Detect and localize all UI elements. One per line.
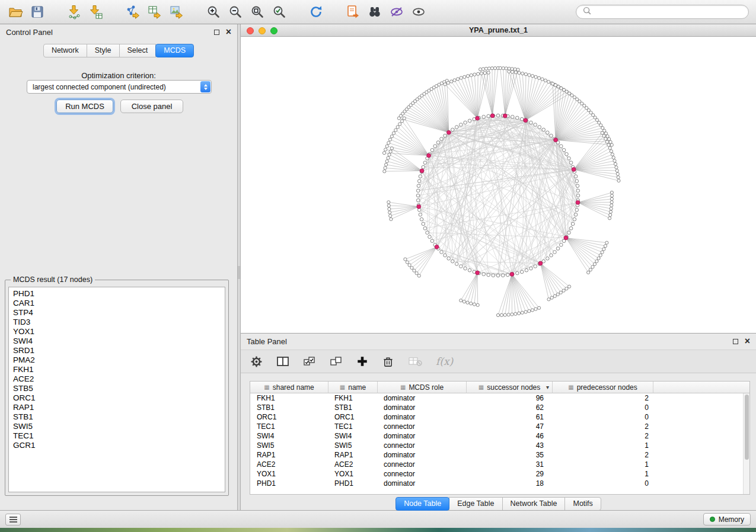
- table-cell: SWI5: [250, 441, 328, 450]
- close-panel-button[interactable]: Close panel: [120, 100, 183, 113]
- tab-edge-table[interactable]: Edge Table: [449, 497, 502, 511]
- table-row[interactable]: STB1STB1dominator620: [250, 403, 749, 412]
- search-input[interactable]: [592, 8, 743, 16]
- mcds-result-item[interactable]: TID3: [13, 318, 225, 327]
- table-row[interactable]: FKH1FKH1dominator962: [250, 393, 749, 403]
- zoom-out-icon[interactable]: [227, 4, 244, 20]
- mcds-result-item[interactable]: STP4: [13, 308, 225, 318]
- mcds-result-box: MCDS result (17 nodes) PHD1CAR1STP4TID3Y…: [5, 275, 229, 496]
- search-network-icon[interactable]: [366, 4, 383, 20]
- table-cell: 47: [467, 422, 553, 431]
- status-menu-button[interactable]: [5, 514, 21, 525]
- network-window-titlebar[interactable]: YPA_prune.txt_1: [241, 24, 756, 37]
- tab-style[interactable]: Style: [87, 44, 120, 57]
- table-cell: SWI5: [328, 441, 378, 450]
- column-header[interactable]: ▦predecessor nodes: [553, 382, 653, 393]
- table-cell: TEC1: [250, 422, 328, 431]
- delete-column-icon[interactable]: [382, 355, 394, 368]
- column-header[interactable]: ▦shared name: [250, 382, 328, 393]
- add-column-icon[interactable]: [356, 355, 368, 367]
- table-row[interactable]: SWI4SWI4dominator462: [250, 431, 749, 441]
- mcds-result-item[interactable]: TEC1: [13, 431, 225, 441]
- mcds-result-item[interactable]: RAP1: [13, 403, 225, 412]
- column-header[interactable]: ▦MCDS role: [378, 382, 467, 393]
- mcds-result-item[interactable]: PMA2: [13, 355, 225, 365]
- control-panel-header: Control Panel ×: [0, 24, 237, 40]
- window-close-icon[interactable]: [247, 27, 254, 34]
- table-cell: connector: [378, 460, 467, 469]
- export-network-icon[interactable]: [125, 4, 141, 20]
- tab-network-table[interactable]: Network Table: [502, 497, 566, 511]
- mcds-result-item[interactable]: STB1: [13, 412, 225, 422]
- export-image-icon[interactable]: [168, 4, 185, 20]
- show-details-icon[interactable]: [410, 4, 427, 20]
- column-header[interactable]: ▦name: [328, 382, 378, 393]
- import-network-icon[interactable]: [66, 4, 82, 20]
- refresh-icon[interactable]: [308, 4, 324, 20]
- memory-button[interactable]: Memory: [703, 513, 751, 525]
- table-row[interactable]: ACE2ACE2connector311: [250, 460, 749, 469]
- table-cell: PHD1: [250, 479, 328, 488]
- mcds-result-item[interactable]: SWI5: [13, 422, 225, 431]
- tab-network[interactable]: Network: [43, 44, 87, 57]
- tab-motifs[interactable]: Motifs: [564, 497, 601, 511]
- select-all-icon[interactable]: [303, 355, 316, 367]
- network-graph[interactable]: [241, 37, 756, 333]
- table-row[interactable]: ORC1ORC1dominator610: [250, 412, 749, 422]
- column-attr-icon: ▦: [264, 384, 269, 390]
- table-row[interactable]: PHD1PHD1dominator180: [250, 479, 749, 488]
- mcds-result-item[interactable]: SRD1: [13, 346, 225, 355]
- search-field[interactable]: [576, 5, 749, 19]
- table-cell: dominator: [378, 479, 467, 488]
- table-row[interactable]: TEC1TEC1connector472: [250, 422, 749, 431]
- table-cell: 2: [553, 422, 653, 431]
- tab-node-table[interactable]: Node Table: [395, 497, 449, 511]
- save-icon[interactable]: [29, 4, 46, 20]
- column-header[interactable]: ▦successor nodes▾: [467, 382, 553, 393]
- mcds-result-item[interactable]: FKH1: [13, 365, 225, 374]
- mcds-result-item[interactable]: ORC1: [13, 393, 225, 403]
- optimization-criterion-select[interactable]: largest connected component (undirected): [27, 80, 212, 94]
- mcds-result-title: MCDS result (17 nodes): [11, 275, 95, 284]
- hide-details-icon[interactable]: [388, 4, 405, 20]
- mcds-result-item[interactable]: YOX1: [13, 327, 225, 336]
- table-cell: dominator: [378, 393, 467, 403]
- zoom-fit-icon[interactable]: [249, 4, 266, 20]
- sort-arrow-icon[interactable]: ▾: [546, 384, 549, 390]
- open-folder-icon[interactable]: [7, 4, 24, 20]
- mcds-result-item[interactable]: PHD1: [13, 289, 225, 299]
- window-zoom-icon[interactable]: [270, 27, 277, 34]
- run-mcds-button[interactable]: Run MCDS: [56, 100, 113, 113]
- table-settings-gear-icon[interactable]: [250, 355, 263, 368]
- show-columns-icon[interactable]: [276, 355, 289, 367]
- mcds-result-item[interactable]: STB5: [13, 384, 225, 393]
- tab-mcds[interactable]: MCDS: [155, 44, 194, 57]
- close-panel-icon[interactable]: ×: [226, 28, 231, 36]
- table-panel: Table Panel × f(x) ▦shared name▦name▦MCD…: [241, 333, 756, 509]
- table-scrollbar[interactable]: [743, 393, 749, 494]
- mcds-result-item[interactable]: SWI4: [13, 336, 225, 346]
- deselect-all-icon[interactable]: [330, 355, 343, 367]
- table-cell-filler: [653, 450, 749, 460]
- network-canvas[interactable]: [241, 37, 756, 333]
- table-row[interactable]: YOX1YOX1connector291: [250, 469, 749, 479]
- scrollbar-thumb[interactable]: [745, 395, 749, 460]
- close-table-panel-icon[interactable]: ×: [745, 338, 750, 345]
- table-row[interactable]: SWI5SWI5connector431: [250, 441, 749, 450]
- float-panel-icon[interactable]: [214, 30, 219, 35]
- splitter-collapse-handle[interactable]: [238, 266, 240, 279]
- tab-select[interactable]: Select: [119, 44, 157, 57]
- export-table-icon[interactable]: [146, 4, 163, 20]
- mcds-result-item[interactable]: GCR1: [13, 441, 225, 450]
- table-cell: 62: [467, 403, 553, 412]
- table-row[interactable]: RAP1RAP1dominator352: [250, 450, 749, 460]
- table-cell: 31: [467, 460, 553, 469]
- window-minimize-icon[interactable]: [259, 27, 266, 34]
- float-table-panel-icon[interactable]: [733, 339, 738, 344]
- zoom-in-icon[interactable]: [205, 4, 222, 20]
- import-table-icon[interactable]: [88, 4, 104, 20]
- share-document-icon[interactable]: [344, 4, 361, 20]
- mcds-result-item[interactable]: CAR1: [13, 299, 225, 308]
- mcds-result-item[interactable]: ACE2: [13, 374, 225, 384]
- zoom-selected-icon[interactable]: [271, 4, 288, 20]
